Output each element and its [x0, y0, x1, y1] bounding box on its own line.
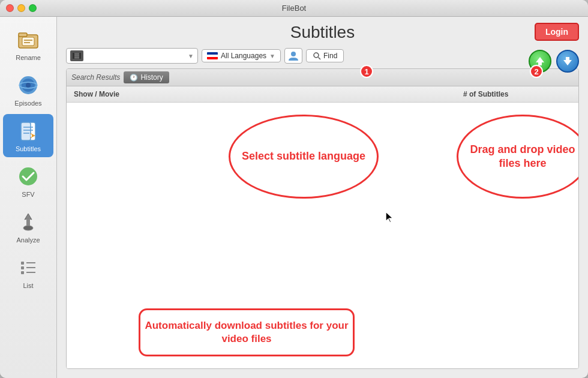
- svg-point-19: [23, 226, 33, 230]
- sidebar-item-rename[interactable]: Rename: [3, 23, 53, 66]
- history-tab[interactable]: 🕐 History: [124, 71, 169, 83]
- page-title: Subtitles: [114, 23, 531, 42]
- svg-line-34: [318, 58, 320, 60]
- analyze-icon: [16, 210, 40, 234]
- main-layout: Rename Episodes: [0, 17, 588, 378]
- sidebar-analyze-label: Analyze: [16, 236, 40, 244]
- movie-icon: [70, 50, 83, 61]
- badge-2: 2: [530, 65, 543, 78]
- svg-rect-28: [79, 53, 81, 59]
- svg-rect-2: [22, 37, 34, 46]
- svg-rect-20: [21, 262, 24, 265]
- sidebar-rename-label: Rename: [16, 54, 41, 61]
- find-button[interactable]: Find: [306, 49, 344, 62]
- svg-point-33: [314, 53, 319, 58]
- lang-dropdown-arrow: ▼: [269, 53, 275, 59]
- history-icon: 🕐: [130, 74, 138, 82]
- svg-rect-15: [31, 134, 32, 137]
- close-button[interactable]: [6, 4, 14, 12]
- download-button[interactable]: [556, 50, 579, 73]
- subtitles-icon: [16, 119, 40, 143]
- search-results-header: Search Results 🕐 History: [67, 69, 578, 86]
- annotation-drag-drop: Drag and drop video files here: [457, 115, 579, 199]
- episodes-icon: [16, 73, 40, 97]
- sidebar-item-sfv[interactable]: SFV: [3, 160, 53, 203]
- content-area: Subtitles Login: [57, 17, 588, 378]
- table-body[interactable]: Select subtitle language Drag and drop v…: [67, 103, 578, 368]
- sidebar-sfv-label: SFV: [22, 191, 34, 198]
- col-subs-header: # of Subtitles: [463, 90, 571, 98]
- svg-marker-37: [386, 212, 393, 223]
- titlebar: FileBot: [0, 0, 588, 17]
- sidebar-list-label: List: [23, 282, 33, 289]
- minimize-button[interactable]: [17, 4, 25, 12]
- search-results-panel: Search Results 🕐 History Show / Movie # …: [66, 68, 579, 369]
- movie-dropdown-arrow: ▼: [188, 53, 194, 59]
- svg-point-32: [291, 52, 296, 56]
- language-flag: [207, 52, 218, 59]
- app-window: FileBot Rename: [0, 0, 588, 378]
- login-button[interactable]: Login: [535, 23, 579, 41]
- col-show-header: Show / Movie: [74, 90, 463, 98]
- badge-1: 1: [360, 65, 373, 78]
- annotation-auto-download: Automatically download subtitles for you…: [139, 308, 355, 356]
- svg-rect-24: [21, 271, 24, 274]
- search-results-label: Search Results: [71, 73, 120, 82]
- toolbar: ▼ All Languages ▼: [66, 48, 579, 64]
- rename-icon: [16, 28, 40, 52]
- language-label: All Languages: [221, 52, 266, 60]
- sidebar-item-subtitles[interactable]: Subtitles: [3, 114, 53, 157]
- content-header: Subtitles: [66, 23, 579, 42]
- maximize-button[interactable]: [29, 4, 37, 12]
- language-selector[interactable]: All Languages ▼: [202, 49, 281, 62]
- sidebar-item-analyze[interactable]: Analyze: [3, 205, 53, 248]
- svg-rect-10: [21, 122, 31, 140]
- window-title: FileBot: [282, 4, 306, 13]
- table-header: Show / Movie # of Subtitles: [67, 86, 578, 103]
- svg-rect-22: [21, 266, 24, 269]
- find-label: Find: [323, 52, 337, 60]
- sidebar-item-episodes[interactable]: Episodes: [3, 68, 53, 112]
- annotation-select-language: Select subtitle language: [229, 115, 379, 199]
- svg-rect-1: [19, 33, 27, 37]
- svg-point-7: [26, 83, 31, 88]
- sfv-icon: [16, 164, 40, 188]
- movie-input[interactable]: ▼: [66, 48, 198, 64]
- sidebar-item-list[interactable]: List: [3, 251, 53, 294]
- sidebar-episodes-label: Episodes: [14, 100, 41, 107]
- history-tab-label: History: [140, 73, 163, 82]
- mouse-cursor: [385, 211, 394, 226]
- svg-marker-36: [563, 57, 572, 65]
- svg-rect-27: [73, 53, 74, 59]
- sidebar-subtitles-label: Subtitles: [16, 145, 41, 152]
- titlebar-buttons: [6, 4, 37, 12]
- svg-marker-35: [536, 57, 544, 65]
- sidebar: Rename Episodes: [0, 17, 57, 378]
- user-icon-button[interactable]: [284, 48, 302, 64]
- list-icon: [16, 256, 40, 280]
